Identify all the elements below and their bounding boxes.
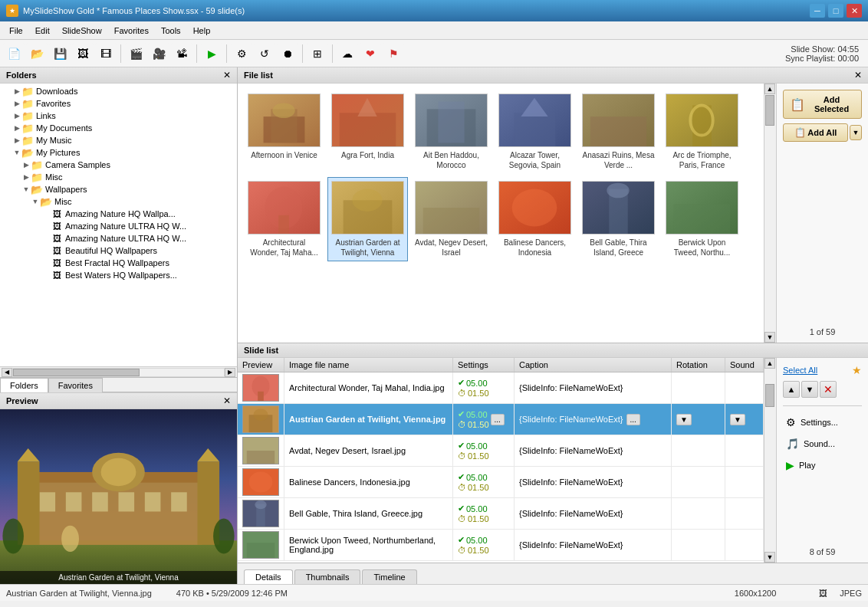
add-all-dropdown-button[interactable]: ▼ — [850, 125, 862, 140]
menu-favorites[interactable]: Favorites — [108, 25, 155, 37]
file-thumb-item[interactable]: Ait Ben Haddou, Morocco — [411, 90, 492, 174]
toolbar-save[interactable]: 💾 — [49, 43, 71, 64]
add-selected-button[interactable]: 📋 Add Selected — [783, 90, 862, 119]
toolbar-filmstrip[interactable]: 🎬 — [125, 43, 146, 64]
tree-item-camera[interactable]: ▶ 📁 Camera Samples — [0, 159, 237, 171]
sound-dropdown[interactable]: ▼ — [730, 414, 745, 425]
list-item[interactable]: 🖼 Amazing Nature ULTRA HQ W... — [0, 232, 237, 244]
tree-item-misc1[interactable]: ▶ 📁 Misc — [0, 171, 237, 183]
toolbar-btn15[interactable]: ❤ — [360, 43, 381, 64]
toolbar-settings[interactable]: ⚙ — [231, 43, 252, 64]
tree-item-pictures[interactable]: ▼ 📂 My Pictures — [0, 146, 237, 159]
file-thumb-item[interactable]: Avdat, Negev Desert, Israel — [411, 177, 492, 261]
tab-details[interactable]: Details — [244, 569, 293, 584]
minimize-button[interactable]: ─ — [810, 4, 825, 18]
tab-timeline[interactable]: Timeline — [362, 569, 416, 584]
scroll-down-btn[interactable]: ▼ — [764, 552, 775, 563]
file-thumb-item[interactable]: Berwick Upon Tweed, Northu... — [662, 177, 742, 261]
horizontal-scrollbar[interactable]: ◀ ▶ — [0, 366, 237, 377]
file-list-scrollbar[interactable]: ▲ ▼ — [764, 84, 776, 343]
folders-close-button[interactable]: ✕ — [223, 70, 231, 80]
file-thumb-item[interactable]: Anasazi Ruins, Mesa Verde ... — [578, 90, 659, 174]
toolbar-btn14[interactable]: ☁ — [337, 43, 358, 64]
preview-close-button[interactable]: ✕ — [223, 395, 231, 406]
scroll-up-btn[interactable]: ▲ — [764, 358, 775, 369]
table-row[interactable]: Bell Gable, Thira Island, Greece.jpg ✔ 0… — [238, 498, 764, 530]
toolbar-refresh[interactable]: ↺ — [254, 43, 275, 64]
toolbar-play[interactable]: ▶ — [201, 43, 222, 64]
file-thumb-item[interactable]: Architectural Wonder, Taj Maha... — [244, 177, 324, 261]
scroll-down-btn[interactable]: ▼ — [764, 332, 775, 343]
thumbnail-label: Bell Gable, Thira Island, Greece — [582, 238, 655, 258]
scroll-right-btn[interactable]: ▶ — [225, 368, 235, 377]
folders-tree[interactable]: ▶ 📁 Downloads ▶ 📁 Favorites ▶ 📁 Links — [0, 84, 237, 366]
file-thumb-item[interactable]: Arc de Triomphe, Paris, France — [662, 90, 742, 174]
table-row[interactable]: Architectural Wonder, Taj Mahal, India.j… — [238, 372, 764, 404]
slide-list-scrollbar[interactable]: ▲ ▼ — [764, 358, 776, 563]
move-up-button[interactable]: ▲ — [783, 381, 800, 398]
tree-item-documents[interactable]: ▶ 📁 My Documents — [0, 122, 237, 134]
list-item[interactable]: 🖼 Best Fractal HQ Wallpapers — [0, 257, 237, 269]
tree-item-links[interactable]: ▶ 📁 Links — [0, 110, 237, 122]
main-content: Folders ✕ ▶ 📁 Downloads ▶ 📁 Favorites — [0, 67, 868, 584]
file-thumb-item[interactable]: Afternoon in Venice — [244, 90, 324, 174]
slide-table-wrapper[interactable]: Preview Image file name Settings Caption… — [238, 358, 764, 563]
tab-folders[interactable]: Folders — [0, 378, 48, 392]
toolbar-btn5[interactable]: 🎞 — [95, 43, 117, 64]
delete-button[interactable]: ✕ — [820, 381, 837, 398]
scroll-thumb[interactable] — [13, 369, 140, 376]
table-row[interactable]: Austrian Garden at Twilight, Vienna.jpg … — [238, 404, 764, 435]
toolbar-film2[interactable]: 🎥 — [148, 43, 169, 64]
toolbar-btn4[interactable]: 🖼 — [72, 43, 94, 64]
tab-thumbnails[interactable]: Thumbnails — [294, 569, 361, 584]
close-button[interactable]: ✕ — [847, 4, 862, 18]
sound-button[interactable]: 🎵 Sound... — [783, 435, 862, 452]
tab-favorites[interactable]: Favorites — [48, 378, 103, 392]
file-list-close-button[interactable]: ✕ — [854, 70, 862, 80]
menu-help[interactable]: Help — [187, 25, 217, 37]
tree-item-downloads[interactable]: ▶ 📁 Downloads — [0, 85, 237, 97]
move-down-button[interactable]: ▼ — [801, 381, 818, 398]
select-all-button[interactable]: Select All — [783, 366, 817, 375]
menu-slideshow[interactable]: SlideShow — [56, 25, 108, 37]
caption-more-button[interactable]: ... — [626, 414, 640, 425]
list-item[interactable]: 🖼 Amazing Nature HQ Wallpa... — [0, 208, 237, 220]
table-row[interactable]: Balinese Dancers, Indonesia.jpg ✔ 05.00 … — [238, 467, 764, 498]
settings-button[interactable]: ⚙ Settings... — [783, 414, 862, 431]
menu-tools[interactable]: Tools — [155, 25, 187, 37]
add-all-button[interactable]: 📋 Add All — [783, 123, 848, 142]
scroll-up-btn[interactable]: ▲ — [764, 84, 775, 94]
file-thumb-item[interactable]: Bell Gable, Thira Island, Greece — [578, 177, 659, 261]
rotation-dropdown[interactable]: ▼ — [676, 414, 692, 425]
tree-item-favorites[interactable]: ▶ 📁 Favorites — [0, 97, 237, 110]
menu-file[interactable]: File — [3, 25, 29, 37]
list-item[interactable]: 🖼 Amazing Nature ULTRA HQ W... — [0, 220, 237, 232]
scroll-thumb[interactable] — [765, 95, 774, 126]
tree-item-music[interactable]: ▶ 📁 My Music — [0, 134, 237, 146]
file-thumb-item[interactable]: Balinese Dancers, Indonesia — [495, 177, 575, 261]
toolbar-btn16[interactable]: ⚑ — [383, 43, 404, 64]
list-item[interactable]: 🖼 Beautiful HQ Wallpapers — [0, 244, 237, 257]
file-thumb-item[interactable]: Austrian Garden at Twilight, Vienna — [327, 177, 408, 261]
file-thumb-item[interactable]: Alcazar Tower, Segovia, Spain — [495, 90, 575, 174]
file-list-content: Afternoon in Venice Agra Fort, India Ait… — [238, 84, 868, 343]
maximize-button[interactable]: □ — [828, 4, 843, 18]
list-item[interactable]: 🖼 Best Waters HQ Wallpapers... — [0, 269, 237, 281]
file-thumb-item[interactable]: Agra Fort, India — [327, 90, 408, 174]
tree-item-wallpapers[interactable]: ▼ 📂 Wallpapers — [0, 183, 237, 195]
toolbar-btn12[interactable]: ⏺ — [277, 43, 298, 64]
toolbar-open[interactable]: 📂 — [26, 43, 48, 64]
menu-edit[interactable]: Edit — [29, 25, 56, 37]
play-button[interactable]: ▶ Play — [783, 457, 862, 474]
folder-open-icon: 📂 — [31, 184, 43, 195]
scroll-thumb[interactable] — [765, 384, 774, 407]
scroll-left-btn[interactable]: ◀ — [2, 368, 12, 377]
table-row[interactable]: Berwick Upon Tweed, Northumberland, Engl… — [238, 530, 764, 561]
toolbar-film3[interactable]: 📽 — [171, 43, 192, 64]
toolbar-view-grid[interactable]: ⊞ — [307, 43, 328, 64]
tree-item-misc2[interactable]: ▼ 📂 Misc — [0, 195, 237, 208]
table-row[interactable]: Avdat, Negev Desert, Israel.jpg ✔ 05.00 … — [238, 435, 764, 467]
check-icon: ✔ — [458, 535, 465, 545]
toolbar-new[interactable]: 📄 — [3, 43, 25, 64]
settings-more-button[interactable]: ... — [491, 414, 505, 425]
